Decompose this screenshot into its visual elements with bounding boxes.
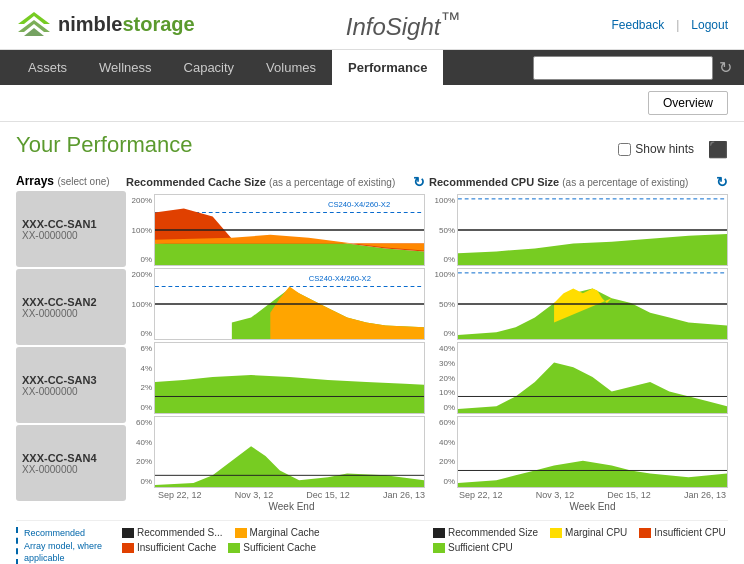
legend-sufficient-cpu: Sufficient CPU: [433, 542, 513, 553]
nav-bar: Assets Wellness Capacity Volumes Perform…: [0, 50, 744, 85]
logout-link[interactable]: Logout: [691, 18, 728, 32]
legend-recommended-cache: Recommended S...: [122, 527, 223, 538]
legend-note: Recommended Array model, where applicabl…: [16, 527, 106, 564]
san1-cache-chart-box: CS240-X4/260-X2: [154, 194, 425, 266]
array-item-3[interactable]: XXX-CC-SAN3 XX-0000000: [16, 347, 126, 423]
divider: |: [676, 18, 679, 32]
week-end-row: Week End Week End: [126, 501, 728, 512]
nav-capacity[interactable]: Capacity: [168, 50, 251, 85]
san4-cpu-chart: 60% 40% 20% 0%: [429, 416, 728, 488]
cpu-refresh-icon[interactable]: ↻: [716, 174, 728, 190]
san4-cpu-chart-box: [457, 416, 728, 488]
header: nimblestorage InfoSight™ Feedback | Logo…: [0, 0, 744, 50]
svg-marker-17: [155, 375, 424, 413]
x-label-2: Nov 3, 12: [235, 490, 274, 500]
page-header: Your Performance Show hints ⬛: [16, 132, 728, 166]
show-hints-label: Show hints: [618, 142, 694, 156]
week-end-label-right: Week End: [457, 501, 728, 512]
legend-sufficient-cache: Sufficient Cache: [228, 542, 316, 553]
overview-button[interactable]: Overview: [648, 91, 728, 115]
array-item-4[interactable]: XXX-CC-SAN4 XX-0000000: [16, 425, 126, 501]
show-hints-checkbox[interactable]: [618, 143, 631, 156]
cpu-legend: Recommended Size Marginal CPU Insufficie…: [433, 527, 728, 553]
san2-cpu-chart-box: [457, 268, 728, 340]
nav-assets[interactable]: Assets: [12, 50, 83, 85]
x-label-4: Jan 26, 13: [383, 490, 425, 500]
logo-storage-text: storage: [122, 13, 194, 35]
san1-cache-svg: CS240-X4/260-X2: [155, 195, 424, 265]
svg-marker-19: [155, 446, 424, 487]
insufficient-cpu-box: [639, 528, 651, 538]
san3-cache-y-labels: 6% 4% 2% 0%: [126, 342, 154, 414]
arrays-select-label: (select one): [57, 176, 109, 187]
legend-insufficient-cpu: Insufficient CPU: [639, 527, 726, 538]
x-label-6: Nov 3, 12: [536, 490, 575, 500]
legend-marginal-cpu: Marginal CPU: [550, 527, 627, 538]
export-icon[interactable]: ⬛: [708, 140, 728, 159]
san4-charts-row: 60% 40% 20% 0%: [126, 416, 728, 488]
recommended-cpu-box: [433, 528, 445, 538]
array-name-1: XXX-CC-SAN1: [22, 218, 120, 230]
svg-marker-20: [458, 461, 727, 487]
san4-cpu-svg: [458, 417, 727, 487]
svg-marker-18: [458, 362, 727, 413]
insufficient-cache-box: [122, 543, 134, 553]
legend-recommended-cpu: Recommended Size: [433, 527, 538, 538]
cache-legend: Recommended S... Marginal Cache Insuffic…: [122, 527, 417, 553]
cache-chart-title: Recommended Cache Size (as a percentage …: [126, 176, 395, 188]
main-content: Your Performance Show hints ⬛ Arrays (se…: [0, 122, 744, 564]
san4-cache-y-labels: 60% 40% 20% 0%: [126, 416, 154, 488]
x-label-3: Dec 15, 12: [306, 490, 350, 500]
refresh-icon[interactable]: ↻: [719, 58, 732, 77]
san2-cpu-svg: [458, 269, 727, 339]
nav-performance[interactable]: Performance: [332, 50, 443, 85]
week-end-label-left: Week End: [156, 501, 427, 512]
search-input[interactable]: [533, 56, 713, 80]
legend-insufficient-cache: Insufficient Cache: [122, 542, 216, 553]
array-id-3: XX-0000000: [22, 386, 120, 397]
feedback-link[interactable]: Feedback: [611, 18, 664, 32]
san3-cpu-chart: 40% 30% 20% 10% 0%: [429, 342, 728, 414]
san3-cpu-svg: [458, 343, 727, 413]
san2-cache-chart: 200% 100% 0% CS240-X4/260-X2: [126, 268, 425, 340]
page-title: Your Performance: [16, 132, 193, 158]
logo-nimble-text: nimble: [58, 13, 122, 35]
cache-refresh-icon[interactable]: ↻: [413, 174, 425, 190]
cpu-chart-title: Recommended CPU Size (as a percentage of…: [429, 176, 688, 188]
san1-cpu-y-labels: 100% 50% 0%: [429, 194, 457, 266]
array-item-1[interactable]: XXX-CC-SAN1 XX-0000000: [16, 191, 126, 267]
array-name-2: XXX-CC-SAN2: [22, 296, 120, 308]
array-id-1: XX-0000000: [22, 230, 120, 241]
nav-volumes[interactable]: Volumes: [250, 50, 332, 85]
legend-area: Recommended Array model, where applicabl…: [16, 520, 728, 564]
san1-cpu-chart-box: [457, 194, 728, 266]
san2-cpu-y-labels: 100% 50% 0%: [429, 268, 457, 340]
x-axis-row: Sep 22, 12 Nov 3, 12 Dec 15, 12 Jan 26, …: [126, 490, 728, 500]
toolbar: Overview: [0, 85, 744, 122]
svg-marker-12: [270, 287, 424, 340]
arrays-panel: Arrays (select one) XXX-CC-SAN1 XX-00000…: [16, 174, 126, 512]
arrays-header-label: Arrays: [16, 174, 54, 188]
san1-cache-y-labels: 200% 100% 0%: [126, 194, 154, 266]
legend-marginal-cache: Marginal Cache: [235, 527, 320, 538]
nav-wellness[interactable]: Wellness: [83, 50, 168, 85]
san3-cpu-chart-box: [457, 342, 728, 414]
chart-headers-row: Recommended Cache Size (as a percentage …: [126, 174, 728, 192]
san3-cache-chart-box: [154, 342, 425, 414]
app-name: InfoSight™: [346, 8, 461, 41]
san1-cache-chart: 200% 100% 0%: [126, 194, 425, 266]
array-item-2[interactable]: XXX-CC-SAN2 XX-0000000: [16, 269, 126, 345]
san2-cpu-chart: 100% 50% 0%: [429, 268, 728, 340]
san2-charts-row: 200% 100% 0% CS240-X4/260-X2: [126, 268, 728, 340]
x-label-7: Dec 15, 12: [607, 490, 651, 500]
array-id-4: XX-0000000: [22, 464, 120, 475]
array-name-4: XXX-CC-SAN4: [22, 452, 120, 464]
san1-charts-row: 200% 100% 0%: [126, 194, 728, 266]
x-label-1: Sep 22, 12: [158, 490, 202, 500]
nav-search-area: ↻: [533, 56, 732, 80]
sufficient-cache-box: [228, 543, 240, 553]
recommended-cache-box: [122, 528, 134, 538]
san3-cache-svg: [155, 343, 424, 413]
san2-cache-svg: CS240-X4/260-X2: [155, 269, 424, 339]
array-name-3: XXX-CC-SAN3: [22, 374, 120, 386]
